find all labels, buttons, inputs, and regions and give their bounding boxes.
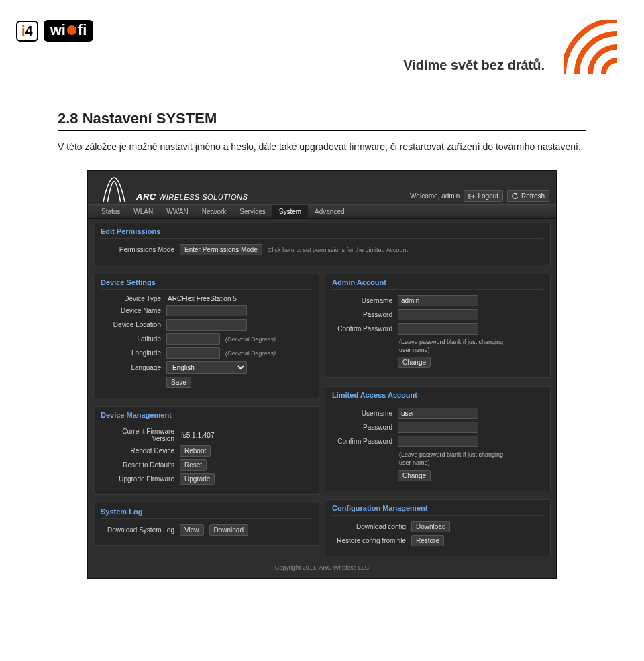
tab-network[interactable]: Network — [195, 205, 233, 218]
device-location-label: Device Location — [101, 321, 161, 328]
panel-title: Limited Access Account — [332, 391, 543, 402]
restore-config-button[interactable]: Restore — [411, 535, 444, 546]
divider — [58, 130, 586, 131]
device-management-panel: Device Management Current Firmware Versi… — [93, 406, 319, 495]
left-column: Device Settings Device Type ARCFlex Free… — [93, 269, 319, 560]
longitude-label: Longitude — [101, 349, 161, 357]
refresh-label: Refresh — [521, 192, 545, 200]
longitude-input[interactable] — [166, 347, 220, 359]
app-top-right: Welcome, admin Logout Refresh — [410, 190, 549, 202]
refresh-button[interactable]: Refresh — [507, 190, 549, 202]
right-column: Admin Account Username Password Confirm … — [325, 269, 551, 560]
signal-wave-icon — [564, 20, 617, 76]
device-name-label: Device Name — [101, 307, 161, 314]
welcome-text: Welcome, admin — [410, 192, 460, 200]
arc-antenna-icon — [97, 175, 131, 202]
latitude-input[interactable] — [166, 333, 220, 345]
refresh-icon — [512, 193, 519, 200]
logout-button[interactable]: Logout — [464, 190, 503, 202]
limited-username-input[interactable] — [398, 408, 478, 419]
view-syslog-button[interactable]: View — [180, 524, 204, 536]
admin-username-input[interactable] — [398, 295, 478, 306]
download-syslog-label: Download System Log — [101, 526, 174, 534]
limited-change-button[interactable]: Change — [398, 470, 431, 481]
reset-button[interactable]: Reset — [180, 459, 207, 471]
download-config-button[interactable]: Download — [411, 521, 450, 532]
permissions-hint: Click here to set permissions for the Li… — [268, 247, 410, 253]
enter-permissions-button[interactable]: Enter Permissions Mode — [180, 244, 262, 255]
tab-system[interactable]: System — [272, 205, 308, 218]
tab-status[interactable]: Status — [95, 205, 127, 218]
section-paragraph: V této záložce je možné nastavit jméno a… — [58, 140, 586, 154]
panel-title: Configuration Management — [332, 504, 543, 516]
logout-icon — [468, 193, 475, 200]
firmware-version-value: fs5.1.1.407 — [180, 432, 214, 439]
restore-config-label: Restore config from file — [332, 537, 406, 544]
logo-i4: i4 — [16, 21, 38, 42]
save-button[interactable]: Save — [166, 377, 191, 388]
device-name-input[interactable] — [166, 305, 247, 316]
limited-confirm-input[interactable] — [398, 436, 478, 447]
permissions-mode-label: Permissions Mode — [101, 246, 174, 253]
tab-wlan[interactable]: WLAN — [127, 205, 160, 218]
device-type-label: Device Type — [101, 295, 161, 302]
panel-title: Admin Account — [332, 278, 543, 290]
arc-logo: ARC WIRELESS SOLUTIONS — [97, 175, 248, 202]
device-location-input[interactable] — [166, 319, 247, 330]
reboot-button[interactable]: Reboot — [180, 445, 211, 457]
main-tabs: StatusWLANWWANNetworkServicesSystemAdvan… — [88, 204, 556, 219]
document-body: 2.8 Nastavení SYSTEM V této záložce je m… — [0, 83, 644, 605]
system-log-panel: System Log Download System Log View Down… — [93, 503, 319, 546]
admin-password-label: Password — [332, 311, 392, 318]
logo-i4wifi: i4 wifi — [16, 20, 93, 42]
panel-title: Device Settings — [101, 278, 312, 290]
panel-title: Device Management — [101, 411, 312, 422]
admin-password-input[interactable] — [398, 309, 478, 320]
reset-label: Reset to Defaults — [101, 461, 174, 469]
device-settings-panel: Device Settings Device Type ARCFlex Free… — [93, 274, 319, 398]
brand-main: ARC — [136, 192, 156, 202]
limited-username-label: Username — [332, 410, 392, 417]
config-management-panel: Configuration Management Download config… — [325, 499, 551, 556]
admin-account-panel: Admin Account Username Password Confirm … — [325, 274, 551, 378]
upgrade-label: Upgrade Firmware — [101, 475, 174, 483]
section-title: 2.8 Nastavení SYSTEM — [58, 110, 586, 127]
slogan: Vidíme svět bez drátů. — [403, 58, 545, 73]
download-syslog-button[interactable]: Download — [209, 524, 248, 536]
language-select[interactable]: English — [166, 361, 247, 374]
logo-wifi: wifi — [44, 20, 94, 42]
limited-password-label: Password — [332, 424, 392, 431]
brand-sub: WIRELESS SOLUTIONS — [159, 193, 248, 201]
edit-permissions-panel: Edit Permissions Permissions Mode Enter … — [93, 223, 551, 265]
latitude-hint: (Decimal Degrees) — [225, 336, 276, 343]
panel-title: System Log — [101, 507, 312, 519]
app-top-bar: ARC WIRELESS SOLUTIONS Welcome, admin Lo… — [88, 171, 556, 202]
limited-note: (Leave password blank if just changing u… — [399, 451, 513, 467]
reboot-label: Reboot Device — [101, 447, 174, 455]
app-footer: Copyright 2011, ARC Wireless LLC — [88, 560, 556, 573]
device-type-value: ARCFlex FreeStation 5 — [166, 295, 237, 302]
logo-wi: wi — [50, 21, 66, 39]
two-column-area: Device Settings Device Type ARCFlex Free… — [88, 269, 556, 560]
language-label: Language — [101, 364, 161, 371]
logout-label: Logout — [478, 192, 498, 200]
limited-password-input[interactable] — [398, 422, 478, 433]
panel-title: Edit Permissions — [101, 227, 543, 239]
latitude-label: Latitude — [101, 335, 161, 343]
tab-wwan[interactable]: WWAN — [160, 205, 195, 218]
limited-account-panel: Limited Access Account Username Password… — [325, 386, 551, 491]
router-admin-screenshot: ARC WIRELESS SOLUTIONS Welcome, admin Lo… — [87, 170, 557, 579]
logo-fi: fi — [78, 21, 87, 39]
upgrade-button[interactable]: Upgrade — [180, 473, 215, 485]
firmware-version-label: Current Firmware Version — [101, 428, 174, 442]
admin-change-button[interactable]: Change — [398, 357, 431, 368]
admin-confirm-label: Confirm Password — [332, 325, 392, 333]
tab-advanced[interactable]: Advanced — [308, 205, 351, 218]
download-config-label: Download config — [332, 523, 406, 530]
tab-services[interactable]: Services — [233, 205, 272, 218]
logo-4: 4 — [25, 23, 33, 39]
longitude-hint: (Decimal Degrees) — [225, 350, 276, 357]
admin-confirm-input[interactable] — [398, 323, 478, 335]
dot-icon — [67, 25, 76, 35]
admin-note: (Leave password blank if just changing u… — [399, 339, 513, 354]
